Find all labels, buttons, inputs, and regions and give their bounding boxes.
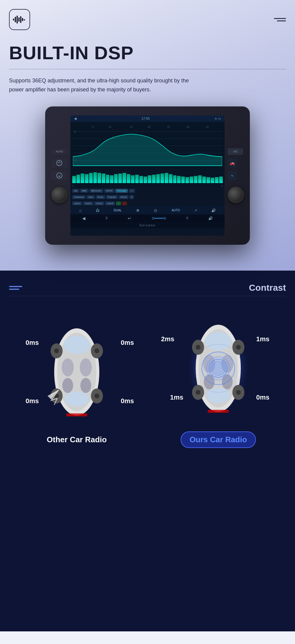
svg-rect-0 [13, 19, 14, 20]
right-side-buttons: A/C 🚗 ⌁ [228, 148, 244, 203]
other-car-label: Other Car Radio [47, 435, 107, 444]
contrast-decoration [9, 286, 22, 290]
svg-rect-4 [20, 16, 21, 23]
other-car-item: 0ms 0ms 0ms 0ms [9, 315, 144, 444]
title-divider [9, 69, 286, 69]
dolby-btn[interactable]: ⊞DOLBY [89, 189, 103, 193]
screen-top-bar: ◀ 17:55 ∧ ▭ [70, 115, 225, 122]
svg-point-28 [65, 391, 89, 406]
our-car-delay-tl: 2ms [161, 335, 174, 343]
svg-text:+: + [59, 163, 60, 165]
left-knob[interactable] [51, 187, 67, 203]
other-car-delay-bl: 0ms [26, 397, 39, 405]
svg-rect-62 [208, 410, 229, 413]
svg-text:5: 5 [92, 125, 94, 128]
user3-btn[interactable]: User3 [94, 201, 104, 205]
svg-point-37 [54, 348, 59, 353]
car-icon: 🚗 [228, 158, 237, 167]
reset-btn[interactable]: Reset [119, 195, 129, 199]
svg-text:30: 30 [186, 125, 189, 128]
ac-button[interactable]: A/C [228, 148, 243, 155]
brand-label: Seicane [70, 222, 225, 228]
line-top [9, 286, 22, 287]
sound-wave [200, 350, 236, 386]
user2-btn[interactable]: User2 [83, 201, 93, 205]
eq-bars-container [70, 170, 225, 184]
header-section: BUILT-IN DSP Supports 36EQ adjustment, a… [0, 0, 295, 271]
minus-btn[interactable]: − [122, 201, 127, 205]
subtitle-text: Supports 36EQ adjustment, and the ultra-… [9, 76, 196, 94]
our-car-delay-bl: 1ms [170, 394, 183, 401]
other-car-delay-tr: 0ms [121, 339, 134, 347]
headunit-outer: AUTO + - ◀ 17:55 ∧ ▭ [45, 106, 250, 245]
svg-point-56 [236, 345, 241, 350]
our-car-delay-tr: 1ms [256, 335, 269, 343]
svg-rect-3 [18, 17, 20, 22]
through-btn[interactable]: Through [115, 189, 128, 193]
svg-rect-6 [24, 19, 25, 20]
our-car-visual: 2ms 1ms 1ms 0ms [176, 311, 260, 425]
svg-text:20: 20 [73, 130, 76, 133]
eq-display: 5 10 15 20 25 30 36 20 -20 [70, 122, 225, 170]
our-car-item: 2ms 1ms 1ms 0ms [151, 311, 286, 448]
info-btn[interactable]: ℹ [129, 195, 134, 199]
svg-point-57 [196, 390, 200, 395]
jazz-btn[interactable]: Jazz [86, 195, 95, 199]
auto-button[interactable]: AUTO [51, 148, 67, 155]
classical-btn[interactable]: Classical [72, 195, 85, 199]
svg-point-45 [205, 332, 232, 350]
svg-point-32 [80, 378, 91, 393]
our-car-delay-br: 0ms [256, 394, 269, 401]
svg-rect-5 [22, 18, 23, 21]
svg-point-55 [196, 345, 200, 350]
right-knob[interactable] [228, 187, 244, 203]
plus-btn[interactable]: + [116, 201, 121, 205]
user5-btn[interactable]: User5 [105, 201, 115, 205]
svg-text:36: 36 [206, 125, 209, 128]
eq-buttons-row3: User1 User2 User3 User5 + − [70, 200, 225, 207]
svg-text:20: 20 [148, 125, 151, 128]
svg-point-40 [95, 394, 99, 398]
svg-point-31 [62, 378, 73, 393]
contrast-title: Contrast [249, 283, 286, 293]
contrast-header: Contrast [9, 283, 286, 293]
svg-rect-2 [17, 16, 18, 23]
eq-buttons-row2: Classical Jazz Rock Popular Reset ℹ [70, 194, 225, 200]
screen-icons: ∧ ▭ [215, 117, 221, 121]
svg-point-58 [236, 390, 241, 395]
svg-text:10: 10 [109, 125, 112, 128]
svg-text:-20: -20 [73, 159, 77, 162]
screen-time: 17:55 [141, 117, 150, 120]
back-arrow[interactable]: ◀ [74, 117, 76, 121]
svg-point-30 [80, 358, 92, 376]
srs-btn[interactable]: SRS® [104, 189, 114, 193]
cars-comparison: 0ms 0ms 0ms 0ms [9, 311, 286, 448]
svg-text:15: 15 [130, 125, 133, 128]
notes-btn[interactable]: ♪♪ [129, 189, 135, 193]
svg-point-46 [206, 388, 230, 403]
other-car-delay-tl: 0ms [26, 339, 39, 347]
rock-btn[interactable]: Rock [96, 195, 105, 199]
eq-buttons-row: dts BBE ⊞DOLBY SRS® Through ♪♪ [70, 188, 225, 194]
screen-bottom-bar: ⌂ ⏻ DUAL ❄ ⊙ AUTO ↗ 🔊 [70, 207, 225, 214]
page-title: BUILT-IN DSP [9, 42, 286, 63]
headunit-container: AUTO + - ◀ 17:55 ∧ ▭ [45, 106, 250, 245]
dts-btn[interactable]: dts [72, 189, 79, 193]
svg-rect-41 [66, 413, 87, 416]
our-car-label: Ours Car Radio [181, 431, 256, 448]
contrast-divider [9, 296, 286, 296]
svg-text:25: 25 [167, 125, 170, 128]
svg-point-27 [63, 336, 90, 354]
wiper-icon: ⌁ [228, 171, 237, 180]
svg-point-29 [62, 358, 74, 376]
bbe-btn[interactable]: BBE [80, 189, 88, 193]
svg-point-38 [95, 348, 99, 353]
popular-btn[interactable]: Popular [106, 195, 118, 199]
left-side-buttons: AUTO + - [51, 148, 67, 203]
contrast-section: Contrast 0ms 0ms 0ms 0ms [0, 271, 295, 631]
user1-btn[interactable]: User1 [72, 201, 82, 205]
hamburger-icon[interactable] [274, 18, 286, 21]
main-screen: ◀ 17:55 ∧ ▭ 5 10 [70, 115, 225, 236]
logo-icon [9, 9, 30, 30]
other-car-delay-br: 0ms [121, 397, 134, 405]
